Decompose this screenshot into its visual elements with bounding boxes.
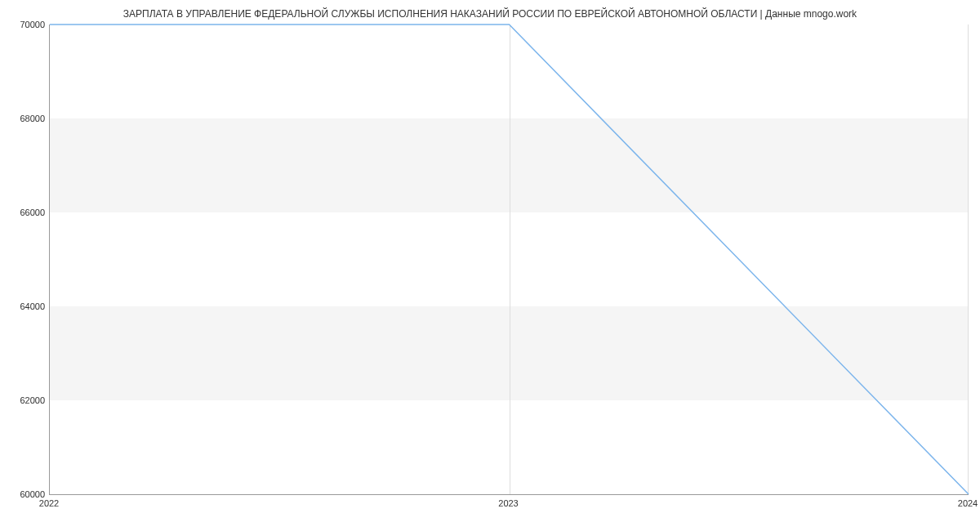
y-tick-label: 66000 — [20, 207, 45, 217]
chart-title: ЗАРПЛАТА В УПРАВЛЕНИЕ ФЕДЕРАЛЬНОЙ СЛУЖБЫ… — [0, 8, 980, 20]
y-tick-label: 70000 — [20, 20, 45, 29]
y-tick-label: 68000 — [20, 114, 45, 123]
x-tick-label: 2023 — [498, 498, 518, 508]
y-tick-label: 62000 — [20, 395, 45, 405]
x-tick-label: 2024 — [958, 498, 978, 508]
data-line — [50, 25, 969, 494]
y-tick-label: 64000 — [20, 301, 45, 311]
plot-area — [49, 25, 969, 495]
x-tick-label: 2022 — [39, 498, 59, 508]
